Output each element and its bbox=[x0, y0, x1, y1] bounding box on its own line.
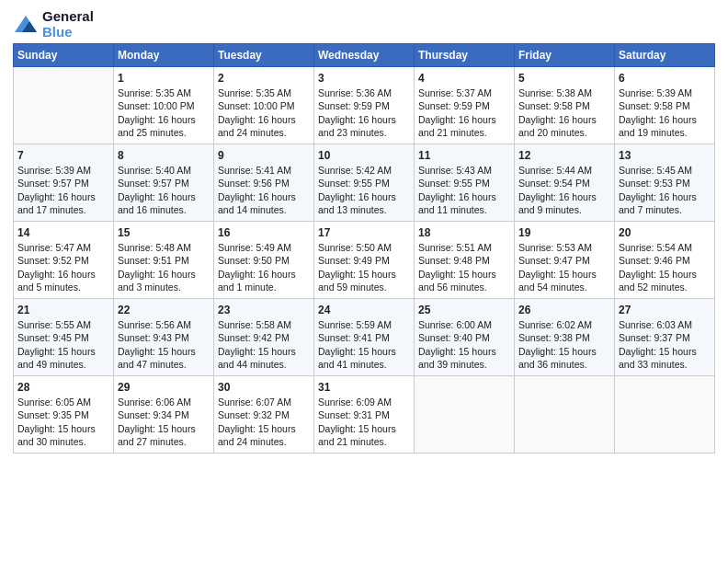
calendar-header-row: SundayMondayTuesdayWednesdayThursdayFrid… bbox=[14, 44, 715, 67]
week-row-5: 28Sunrise: 6:05 AMSunset: 9:35 PMDayligh… bbox=[14, 376, 715, 454]
daylight: Daylight: 15 hours and 49 minutes. bbox=[17, 346, 96, 370]
week-row-1: 1Sunrise: 5:35 AMSunset: 10:00 PMDayligh… bbox=[14, 67, 715, 144]
calendar-cell: 5Sunrise: 5:38 AMSunset: 9:58 PMDaylight… bbox=[515, 67, 615, 144]
daylight: Daylight: 15 hours and 59 minutes. bbox=[318, 269, 396, 293]
day-number: 3 bbox=[318, 71, 410, 86]
calendar-cell: 28Sunrise: 6:05 AMSunset: 9:35 PMDayligh… bbox=[14, 376, 114, 454]
daylight: Daylight: 15 hours and 41 minutes. bbox=[318, 346, 396, 370]
sunrise: Sunrise: 5:55 AM bbox=[17, 319, 91, 330]
calendar-cell: 4Sunrise: 5:37 AMSunset: 9:59 PMDaylight… bbox=[415, 67, 515, 144]
day-number: 11 bbox=[418, 148, 510, 163]
sunrise: Sunrise: 5:39 AM bbox=[619, 87, 692, 98]
weekday-header-monday: Monday bbox=[114, 44, 214, 67]
sunrise: Sunrise: 5:38 AM bbox=[518, 87, 592, 98]
sunrise: Sunrise: 6:07 AM bbox=[218, 396, 291, 408]
sunset: Sunset: 9:57 PM bbox=[118, 178, 189, 189]
sunset: Sunset: 9:53 PM bbox=[619, 178, 690, 189]
calendar-cell: 2Sunrise: 5:35 AMSunset: 10:00 PMDayligh… bbox=[214, 67, 314, 144]
calendar-cell: 15Sunrise: 5:48 AMSunset: 9:51 PMDayligh… bbox=[114, 222, 214, 299]
calendar-cell: 21Sunrise: 5:55 AMSunset: 9:45 PMDayligh… bbox=[14, 299, 114, 376]
calendar-cell: 27Sunrise: 6:03 AMSunset: 9:37 PMDayligh… bbox=[615, 299, 715, 376]
calendar-cell: 11Sunrise: 5:43 AMSunset: 9:55 PMDayligh… bbox=[415, 144, 515, 222]
calendar-cell: 20Sunrise: 5:54 AMSunset: 9:46 PMDayligh… bbox=[615, 222, 715, 299]
sunrise: Sunrise: 5:50 AM bbox=[318, 242, 392, 253]
sunset: Sunset: 9:52 PM bbox=[17, 255, 89, 266]
calendar-cell bbox=[615, 376, 715, 454]
sunset: Sunset: 9:37 PM bbox=[619, 332, 690, 343]
calendar-cell: 29Sunrise: 6:06 AMSunset: 9:34 PMDayligh… bbox=[114, 376, 214, 454]
daylight: Daylight: 16 hours and 1 minute. bbox=[218, 269, 296, 293]
daylight: Daylight: 16 hours and 16 minutes. bbox=[118, 191, 196, 215]
sunset: Sunset: 10:00 PM bbox=[218, 100, 294, 111]
week-row-4: 21Sunrise: 5:55 AMSunset: 9:45 PMDayligh… bbox=[14, 299, 715, 376]
daylight: Daylight: 15 hours and 56 minutes. bbox=[418, 269, 496, 293]
day-number: 5 bbox=[518, 71, 610, 86]
day-number: 6 bbox=[619, 71, 711, 86]
sunset: Sunset: 9:59 PM bbox=[418, 100, 490, 111]
sunset: Sunset: 9:40 PM bbox=[418, 332, 490, 343]
calendar-cell: 10Sunrise: 5:42 AMSunset: 9:55 PMDayligh… bbox=[314, 144, 415, 222]
sunrise: Sunrise: 5:48 AM bbox=[118, 242, 191, 253]
day-number: 1 bbox=[118, 71, 210, 86]
calendar-cell: 18Sunrise: 5:51 AMSunset: 9:48 PMDayligh… bbox=[415, 222, 515, 299]
day-number: 22 bbox=[118, 303, 210, 317]
calendar-cell: 24Sunrise: 5:59 AMSunset: 9:41 PMDayligh… bbox=[314, 299, 415, 376]
calendar-cell: 8Sunrise: 5:40 AMSunset: 9:57 PMDaylight… bbox=[114, 144, 214, 222]
sunrise: Sunrise: 5:42 AM bbox=[318, 165, 392, 176]
sunset: Sunset: 9:34 PM bbox=[118, 409, 189, 420]
sunrise: Sunrise: 6:09 AM bbox=[318, 396, 392, 408]
day-number: 15 bbox=[118, 225, 210, 240]
sunset: Sunset: 9:32 PM bbox=[218, 409, 290, 420]
sunset: Sunset: 9:35 PM bbox=[17, 409, 89, 420]
daylight: Daylight: 15 hours and 33 minutes. bbox=[619, 346, 697, 370]
calendar-cell: 31Sunrise: 6:09 AMSunset: 9:31 PMDayligh… bbox=[314, 376, 415, 454]
day-number: 2 bbox=[218, 71, 310, 86]
calendar-cell: 16Sunrise: 5:49 AMSunset: 9:50 PMDayligh… bbox=[214, 222, 314, 299]
daylight: Daylight: 16 hours and 7 minutes. bbox=[619, 191, 697, 215]
day-number: 4 bbox=[418, 71, 510, 86]
sunrise: Sunrise: 5:53 AM bbox=[518, 242, 592, 253]
sunrise: Sunrise: 5:58 AM bbox=[218, 319, 291, 330]
calendar-cell: 7Sunrise: 5:39 AMSunset: 9:57 PMDaylight… bbox=[14, 144, 114, 222]
day-number: 12 bbox=[518, 148, 610, 163]
day-number: 28 bbox=[17, 380, 109, 395]
sunrise: Sunrise: 5:41 AM bbox=[218, 165, 291, 176]
sunrise: Sunrise: 5:39 AM bbox=[17, 165, 91, 176]
sunrise: Sunrise: 6:03 AM bbox=[619, 319, 692, 330]
daylight: Daylight: 16 hours and 20 minutes. bbox=[518, 114, 597, 138]
sunset: Sunset: 9:49 PM bbox=[318, 255, 390, 266]
sunrise: Sunrise: 5:49 AM bbox=[218, 242, 291, 253]
day-number: 27 bbox=[619, 303, 711, 317]
calendar-cell: 30Sunrise: 6:07 AMSunset: 9:32 PMDayligh… bbox=[214, 376, 314, 454]
sunrise: Sunrise: 5:56 AM bbox=[118, 319, 191, 330]
sunrise: Sunrise: 5:40 AM bbox=[118, 165, 191, 176]
header: General Blue bbox=[13, 9, 715, 40]
daylight: Daylight: 15 hours and 44 minutes. bbox=[218, 346, 296, 370]
sunrise: Sunrise: 5:43 AM bbox=[418, 165, 492, 176]
day-number: 25 bbox=[418, 303, 510, 317]
sunset: Sunset: 9:31 PM bbox=[318, 409, 390, 420]
sunset: Sunset: 9:48 PM bbox=[418, 255, 490, 266]
daylight: Daylight: 16 hours and 24 minutes. bbox=[218, 114, 296, 138]
sunset: Sunset: 9:45 PM bbox=[17, 332, 89, 343]
sunrise: Sunrise: 6:06 AM bbox=[118, 396, 191, 408]
daylight: Daylight: 15 hours and 30 minutes. bbox=[17, 423, 96, 447]
day-number: 8 bbox=[118, 148, 210, 163]
sunset: Sunset: 9:42 PM bbox=[218, 332, 290, 343]
sunrise: Sunrise: 5:59 AM bbox=[318, 319, 392, 330]
logo-text: General Blue bbox=[42, 9, 94, 40]
daylight: Daylight: 16 hours and 23 minutes. bbox=[318, 114, 396, 138]
daylight: Daylight: 16 hours and 17 minutes. bbox=[17, 191, 96, 215]
day-number: 26 bbox=[518, 303, 610, 317]
sunset: Sunset: 9:56 PM bbox=[218, 178, 290, 189]
day-number: 14 bbox=[17, 225, 109, 240]
sunrise: Sunrise: 5:45 AM bbox=[619, 165, 692, 176]
logo-icon bbox=[13, 14, 39, 36]
sunset: Sunset: 9:43 PM bbox=[118, 332, 189, 343]
daylight: Daylight: 15 hours and 54 minutes. bbox=[518, 269, 597, 293]
weekday-header-thursday: Thursday bbox=[415, 44, 515, 67]
sunrise: Sunrise: 5:51 AM bbox=[418, 242, 492, 253]
sunset: Sunset: 9:55 PM bbox=[318, 178, 390, 189]
sunset: Sunset: 9:55 PM bbox=[418, 178, 490, 189]
day-number: 9 bbox=[218, 148, 310, 163]
